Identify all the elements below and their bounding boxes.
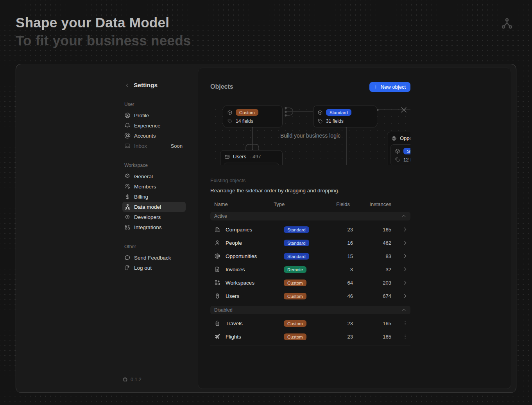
building-icon <box>214 226 220 233</box>
table-row[interactable]: Companies Standard 23 165 <box>210 223 410 236</box>
chat-bubble-icon <box>124 254 131 261</box>
settings-back[interactable]: Settings <box>122 81 186 90</box>
at-sign-icon <box>124 133 131 139</box>
grid-plus-icon <box>214 280 220 286</box>
page-title: Objects <box>210 83 233 90</box>
cube-icon <box>227 110 233 115</box>
table-header: Name Type Fields Instances <box>210 198 410 210</box>
table-row[interactable]: Users Custom 46 674 <box>210 289 410 303</box>
sidebar-item-developers[interactable]: Developers <box>122 212 186 222</box>
sidebar-item-send-feedback[interactable]: Send Feedback <box>122 253 186 263</box>
sidebar-item-billing[interactable]: Billing <box>122 192 186 202</box>
existing-objects-description: Rearrange the sidebar order by dragging … <box>210 188 410 194</box>
kebab-menu-icon[interactable] <box>402 320 408 326</box>
table-row[interactable]: Invoices Remote 3 32 <box>210 263 410 276</box>
gear-icon <box>124 173 131 179</box>
type-badge: Standard <box>403 148 410 154</box>
logout-icon <box>124 265 131 271</box>
user-circle-icon <box>124 112 131 118</box>
users-icon <box>124 183 131 190</box>
type-badge: Remote <box>284 266 306 273</box>
code-icon <box>124 214 131 220</box>
tag-icon <box>317 118 323 124</box>
sidebar-item-accounts[interactable]: Accounts <box>122 131 186 141</box>
record-count: 497 <box>249 154 261 159</box>
table-row[interactable]: Opportunities Standard 15 83 <box>210 249 410 263</box>
grid-plus-icon <box>124 224 131 230</box>
type-badge: Standard <box>284 240 309 246</box>
person-icon <box>214 240 220 246</box>
table-row[interactable]: Travels Custom 23 165 <box>210 317 410 330</box>
hero-title: Shape your Data Model <box>16 14 191 31</box>
group-header-active[interactable]: Active <box>210 212 410 220</box>
type-badge: Custom <box>284 293 306 299</box>
type-badge: Custom <box>284 280 306 286</box>
data-model-diagram[interactable]: Custom 14 fields Standard <box>210 104 410 165</box>
hero-subtitle: To fit your business needs <box>16 32 191 49</box>
sidebar-section-workspace: Workspace General Members Billing Data m… <box>122 163 186 232</box>
table-row[interactable]: Flights Custom 23 165 <box>210 330 410 343</box>
diagram-node-users[interactable]: Users 497 <box>220 150 283 165</box>
target-icon <box>214 253 220 259</box>
chevron-right-icon[interactable] <box>402 240 408 246</box>
table-row[interactable]: Workspaces Custom 64 203 <box>210 276 410 289</box>
app-version: 0.1.2 <box>122 377 142 382</box>
chevron-left-icon <box>124 82 130 88</box>
settings-card: Settings User Profile Experience Account… <box>16 64 516 393</box>
chevron-right-icon[interactable] <box>402 293 408 299</box>
chevron-right-icon[interactable] <box>402 226 408 233</box>
type-badge: Standard <box>284 226 309 233</box>
plus-icon <box>373 84 378 90</box>
id-card-icon <box>224 154 230 159</box>
sidebar-section-user: User Profile Experience Accounts Inbox S… <box>122 102 186 151</box>
cube-icon <box>317 110 323 115</box>
objects-table: Name Type Fields Instances Active Compan… <box>210 198 410 346</box>
sidebar-item-log-out[interactable]: Log out <box>122 263 186 273</box>
sidebar-item-data-model[interactable]: Data model <box>122 202 186 212</box>
data-model-icon <box>124 204 131 210</box>
type-badge: Standard <box>326 109 351 116</box>
chevron-right-icon[interactable] <box>402 253 408 259</box>
group-header-disabled[interactable]: Disabled <box>210 306 410 314</box>
document-icon <box>214 266 220 272</box>
sidebar-item-general[interactable]: General <box>122 171 186 181</box>
chevron-up-icon[interactable] <box>401 213 407 219</box>
sidebar-item-inbox: Inbox Soon <box>122 141 186 151</box>
type-badge: Custom <box>284 320 306 327</box>
sidebar-item-integrations[interactable]: Integrations <box>122 222 186 232</box>
settings-title: Settings <box>134 82 158 89</box>
section-label-other: Other <box>122 244 186 250</box>
soon-badge: Soon <box>171 143 183 149</box>
type-badge: Custom <box>284 333 306 340</box>
new-object-button[interactable]: New object <box>369 82 410 92</box>
chevron-right-icon[interactable] <box>402 266 408 272</box>
chevron-up-icon[interactable] <box>401 307 407 313</box>
data-model-icon <box>501 17 513 30</box>
existing-objects-heading: Existing objects <box>210 177 410 183</box>
diagram-node-custom[interactable]: Custom 14 fields <box>223 106 283 127</box>
sidebar-item-profile[interactable]: Profile <box>122 110 186 120</box>
tag-icon <box>395 157 400 163</box>
type-badge: Standard <box>284 253 309 260</box>
luggage-icon <box>214 320 220 326</box>
inbox-icon <box>124 143 131 149</box>
mouse-icon <box>214 293 220 299</box>
hero: Shape your Data Model To fit your busine… <box>16 14 191 49</box>
diagram-hint: Build your business logic <box>210 133 410 139</box>
objects-panel: Objects New object <box>198 68 511 389</box>
section-label-user: User <box>122 102 186 108</box>
section-label-workspace: Workspace <box>122 163 186 169</box>
settings-sidebar: Settings User Profile Experience Account… <box>122 81 186 273</box>
github-icon <box>122 377 128 382</box>
sidebar-item-experience[interactable]: Experience <box>122 120 186 131</box>
chevron-right-icon[interactable] <box>402 280 408 286</box>
plane-icon <box>214 333 220 340</box>
sidebar-item-members[interactable]: Members <box>122 181 186 192</box>
kebab-menu-icon[interactable] <box>402 333 408 340</box>
table-row[interactable]: People Standard 16 462 <box>210 236 410 249</box>
bell-icon <box>124 122 131 129</box>
sidebar-section-other: Other Send Feedback Log out <box>122 244 186 273</box>
dollar-icon <box>124 194 131 200</box>
diagram-node-standard[interactable]: Standard 31 fields <box>313 106 377 127</box>
node-subpanel <box>224 163 279 165</box>
